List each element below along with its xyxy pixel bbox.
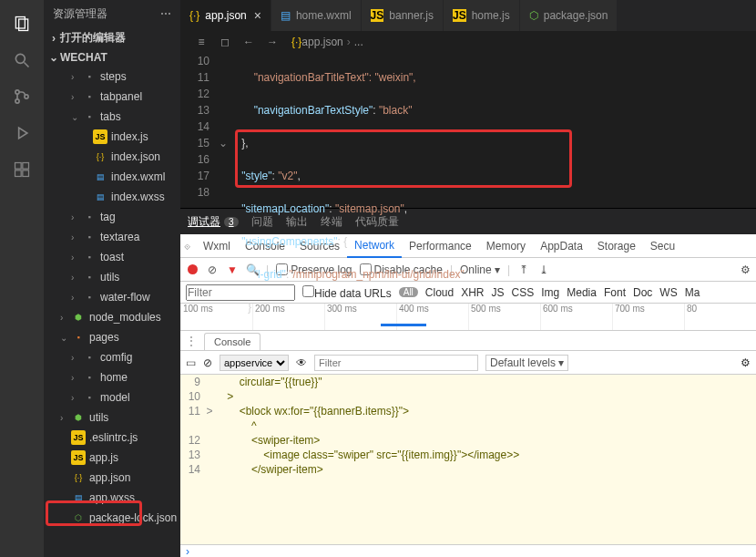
tree-item-pages[interactable]: ⌄▪pages bbox=[44, 327, 180, 347]
explorer-icon[interactable] bbox=[11, 13, 33, 35]
sidebar: 资源管理器 ⋯ ›打开的编辑器 ⌄WECHAT ›▪steps›▪tabpane… bbox=[44, 0, 180, 557]
drawer-handle-icon[interactable]: ⋮ bbox=[186, 335, 197, 347]
tree-item-home[interactable]: ›▪home bbox=[44, 367, 180, 387]
source-control-icon[interactable] bbox=[11, 86, 33, 108]
breadcrumb-tail[interactable]: ... bbox=[354, 36, 363, 48]
tree-item-app.wxss[interactable]: ▤app.wxss bbox=[44, 488, 180, 508]
inspect-icon[interactable]: ⟐ bbox=[184, 240, 190, 253]
json-icon: {·} bbox=[291, 36, 301, 48]
tree-item-app.js[interactable]: JSapp.js bbox=[44, 448, 180, 468]
more-icon[interactable]: ⋯ bbox=[160, 7, 171, 20]
tree-item-model[interactable]: ›▪model bbox=[44, 387, 180, 407]
console-output[interactable]: 9 circular="{{true}}"10 >11> <block wx:f… bbox=[180, 375, 756, 544]
tree-item-tag[interactable]: ›▪tag bbox=[44, 207, 180, 227]
svg-rect-8 bbox=[15, 163, 22, 170]
drawer-tab-console[interactable]: Console bbox=[204, 333, 261, 350]
tree-item-steps[interactable]: ›▪steps bbox=[44, 67, 180, 87]
record-icon[interactable] bbox=[186, 263, 199, 276]
tree-item-textarea[interactable]: ›▪textarea bbox=[44, 227, 180, 247]
code-content[interactable]: "navigationBarTitleText": "weixin", "nav… bbox=[230, 53, 756, 208]
close-icon[interactable]: × bbox=[254, 8, 261, 23]
extensions-icon[interactable] bbox=[11, 159, 33, 181]
code-editor[interactable]: 101112131415161718 ⌄ "navigationBarTitle… bbox=[180, 53, 756, 208]
tree-item-index.js[interactable]: JSindex.js bbox=[44, 127, 180, 147]
svg-marker-7 bbox=[19, 128, 27, 139]
tree-item-.eslintrc.js[interactable]: JS.eslintrc.js bbox=[44, 428, 180, 448]
debug-icon[interactable] bbox=[11, 122, 33, 144]
console-clear-icon[interactable]: ⊘ bbox=[203, 356, 212, 369]
project-section[interactable]: ⌄WECHAT bbox=[44, 48, 180, 67]
tab-home.wxml[interactable]: ▤home.wxml bbox=[271, 0, 362, 31]
svg-rect-11 bbox=[23, 170, 29, 177]
breadcrumb-file[interactable]: app.json bbox=[301, 36, 342, 48]
svg-rect-9 bbox=[23, 163, 29, 170]
tree-item-index.wxss[interactable]: ▤index.wxss bbox=[44, 187, 180, 207]
tab-app.json[interactable]: {·}app.json× bbox=[180, 0, 271, 31]
toc-icon[interactable]: ≡ bbox=[193, 34, 209, 50]
tree-item-utils[interactable]: ›▪utils bbox=[44, 267, 180, 287]
tree-item-node_modules[interactable]: ›⬢node_modules bbox=[44, 307, 180, 327]
svg-point-4 bbox=[15, 90, 19, 94]
network-timeline[interactable]: 100 ms200 ms300 ms400 ms500 ms600 ms700 … bbox=[180, 304, 756, 331]
tree-item-app.json[interactable]: {·}app.json bbox=[44, 468, 180, 488]
tree-item-index.json[interactable]: {·}index.json bbox=[44, 147, 180, 167]
back-icon[interactable]: ← bbox=[240, 34, 257, 50]
activity-bar bbox=[0, 0, 44, 557]
svg-rect-10 bbox=[15, 170, 22, 177]
svg-point-6 bbox=[25, 95, 28, 98]
tab-package.json[interactable]: ⬡package.json bbox=[520, 0, 618, 31]
file-tree: ›▪steps›▪tabpanel⌄▪tabsJSindex.js{·}inde… bbox=[44, 67, 180, 528]
open-editors-section[interactable]: ›打开的编辑器 bbox=[44, 27, 180, 48]
tab-banner.js[interactable]: JSbanner.js bbox=[362, 0, 444, 31]
sidebar-title-text: 资源管理器 bbox=[53, 6, 107, 22]
search-icon[interactable] bbox=[11, 49, 33, 71]
tree-item-index.wxml[interactable]: ▤index.wxml bbox=[44, 167, 180, 187]
forward-icon[interactable]: → bbox=[264, 34, 281, 50]
tree-item-tabpanel[interactable]: ›▪tabpanel bbox=[44, 87, 180, 107]
svg-line-3 bbox=[25, 63, 29, 67]
tree-item-utils[interactable]: ›⬢utils bbox=[44, 407, 180, 428]
tree-item-comfig[interactable]: ›▪comfig bbox=[44, 347, 180, 367]
breadcrumb: ≡ ◻ ← → {·} app.json › ... bbox=[180, 31, 756, 53]
svg-point-2 bbox=[15, 54, 25, 63]
svg-point-5 bbox=[15, 99, 19, 103]
editor-tabs: {·}app.json×▤home.wxmlJSbanner.jsJShome.… bbox=[180, 0, 756, 31]
tree-item-package-lock.json[interactable]: ⬡package-lock.json bbox=[44, 508, 180, 528]
sidebar-title: 资源管理器 ⋯ bbox=[44, 0, 180, 27]
tab-home.js[interactable]: JShome.js bbox=[444, 0, 520, 31]
bookmark-icon[interactable]: ◻ bbox=[217, 34, 233, 50]
tree-item-toast[interactable]: ›▪toast bbox=[44, 247, 180, 267]
clear-icon[interactable]: ⊘ bbox=[206, 263, 219, 276]
console-prompt[interactable]: › bbox=[180, 544, 756, 557]
tree-item-water-flow[interactable]: ›▪water-flow bbox=[44, 287, 180, 307]
console-sidebar-icon[interactable]: ▭ bbox=[186, 356, 196, 369]
tree-item-tabs[interactable]: ⌄▪tabs bbox=[44, 107, 180, 127]
